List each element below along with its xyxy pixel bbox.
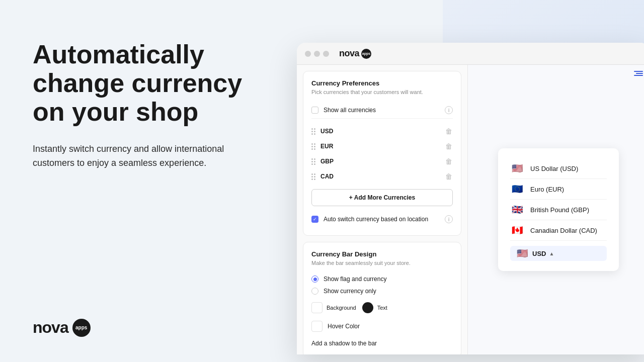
background-color-box[interactable] (311, 302, 323, 313)
drag-handle-cad[interactable] (311, 173, 315, 180)
currency-eur: EUR (320, 143, 440, 150)
usd-selector-text: USD (532, 250, 546, 257)
usd-selector[interactable]: 🇺🇸 USD ▲ (510, 246, 607, 261)
browser-logo: nova apps (339, 48, 371, 59)
logo-text: nova (33, 318, 68, 337)
bar-design-title: Currency Bar Design (311, 250, 453, 258)
delete-gbp-icon[interactable]: 🗑 (445, 157, 453, 165)
show-currency-only-radio[interactable] (311, 288, 318, 295)
widget-cad-name: Canadian Dollar (CAD) (530, 227, 607, 234)
currency-bar-design-section: Currency Bar Design Make the bar seamles… (303, 242, 461, 354)
show-currency-only-label: Show currency only (324, 288, 376, 295)
chevron-up-icon: ▲ (549, 251, 554, 256)
preview-toolbar (631, 71, 643, 83)
text-color-box[interactable] (362, 302, 373, 313)
delete-eur-icon[interactable]: 🗑 (445, 142, 453, 150)
widget-usd-name: US Dollar (USD) (530, 165, 607, 172)
show-currency-only-row[interactable]: Show currency only (311, 285, 453, 297)
auto-switch-info-icon[interactable]: i (445, 215, 453, 223)
hover-label: Hover Color (328, 323, 360, 330)
checkmark-icon: ✓ (313, 217, 317, 222)
toolbar-icon[interactable] (631, 71, 643, 83)
background-color-item[interactable]: Background (311, 302, 356, 313)
browser-window: nova apps Currency Preferences Pick curr… (297, 43, 644, 354)
show-flag-label: Show flag and currency (324, 276, 386, 283)
auto-switch-checkbox[interactable]: ✓ (311, 216, 318, 223)
color-row: Background Text (311, 302, 453, 313)
drag-handle-usd[interactable] (311, 128, 315, 135)
toolbar-line-2 (636, 73, 643, 74)
browser-body: Currency Preferences Pick currencies tha… (297, 65, 644, 354)
browser-dot-2 (314, 51, 320, 57)
bottom-logo: nova apps (33, 318, 262, 337)
browser-dots (305, 51, 329, 57)
shadow-label: Add a shadow to the bar (311, 340, 377, 347)
widget-gbp-name: British Pound (GBP) (530, 206, 607, 214)
widget-eur-name: Euro (EUR) (530, 186, 607, 193)
toolbar-line-1 (634, 71, 643, 72)
browser-bar: nova apps (297, 43, 644, 65)
currency-gbp: GBP (320, 158, 440, 165)
usd-selector-flag: 🇺🇸 (515, 248, 529, 258)
currency-row-gbp: GBP 🗑 (311, 154, 453, 169)
widget-item-eur[interactable]: 🇪🇺 Euro (EUR) (510, 179, 607, 200)
flag-cad: 🇨🇦 (510, 225, 524, 235)
show-all-label: Show all currencies (324, 107, 440, 114)
text-label: Text (377, 305, 387, 311)
currency-cad: CAD (320, 173, 440, 180)
add-more-currencies-button[interactable]: + Add More Currencies (311, 189, 453, 206)
radio-inner (313, 278, 317, 281)
browser-dot-3 (323, 51, 329, 57)
widget-item-cad[interactable]: 🇨🇦 Canadian Dollar (CAD) (510, 220, 607, 241)
drag-handle-gbp[interactable] (311, 158, 315, 165)
bar-design-subtitle: Make the bar seamlessly suit your store. (311, 260, 453, 266)
currency-row-eur: EUR 🗑 (311, 139, 453, 154)
hero-title: Automatically change currency on your sh… (33, 40, 262, 127)
hover-color-row[interactable]: Hover Color (311, 318, 453, 334)
browser-logo-text: nova (339, 48, 359, 59)
show-all-currencies-row[interactable]: Show all currencies i (311, 102, 453, 119)
settings-panel: Currency Preferences Pick currencies tha… (297, 65, 468, 354)
auto-switch-label: Auto switch currency based on location (324, 216, 440, 223)
delete-cad-icon[interactable]: 🗑 (445, 172, 453, 180)
flag-eur: 🇪🇺 (510, 184, 524, 194)
drag-handle-eur[interactable] (311, 143, 315, 150)
flag-usd: 🇺🇸 (510, 163, 524, 173)
hero-text: Automatically change currency on your sh… (33, 40, 262, 170)
text-color-item[interactable]: Text (362, 302, 387, 313)
toolbar-line-3 (634, 75, 643, 76)
hero-subtitle: Instantly switch currency and allow inte… (33, 142, 244, 171)
currency-usd: USD (320, 128, 440, 135)
widget-item-gbp[interactable]: 🇬🇧 British Pound (GBP) (510, 200, 607, 220)
show-flag-currency-row[interactable]: Show flag and currency (311, 273, 453, 285)
left-panel: Automatically change currency on your sh… (0, 0, 292, 362)
preview-panel: 🇺🇸 US Dollar (USD) 🇪🇺 Euro (EUR) 🇬🇧 Brit… (468, 65, 644, 354)
section-subtitle: Pick currencies that your customers will… (311, 89, 453, 95)
currency-widget: 🇺🇸 US Dollar (USD) 🇪🇺 Euro (EUR) 🇬🇧 Brit… (498, 148, 619, 271)
hover-color-box[interactable] (311, 321, 323, 332)
browser-logo-badge: apps (361, 49, 371, 59)
currency-preferences-section: Currency Preferences Pick currencies tha… (303, 71, 461, 236)
currency-row-cad: CAD 🗑 (311, 169, 453, 184)
background-label: Background (327, 305, 356, 311)
show-all-checkbox[interactable] (311, 107, 318, 114)
auto-switch-row[interactable]: ✓ Auto switch currency based on location… (311, 211, 453, 227)
show-flag-radio[interactable] (311, 276, 318, 283)
logo-badge: apps (72, 319, 91, 337)
section-title: Currency Preferences (311, 79, 453, 87)
show-all-info-icon[interactable]: i (445, 106, 453, 114)
delete-usd-icon[interactable]: 🗑 (445, 127, 453, 135)
widget-item-usd[interactable]: 🇺🇸 US Dollar (USD) (510, 158, 607, 179)
currency-row-usd: USD 🗑 (311, 124, 453, 139)
flag-gbp: 🇬🇧 (510, 205, 524, 215)
browser-dot-1 (305, 51, 311, 57)
shadow-row: Add a shadow to the bar (311, 337, 453, 349)
